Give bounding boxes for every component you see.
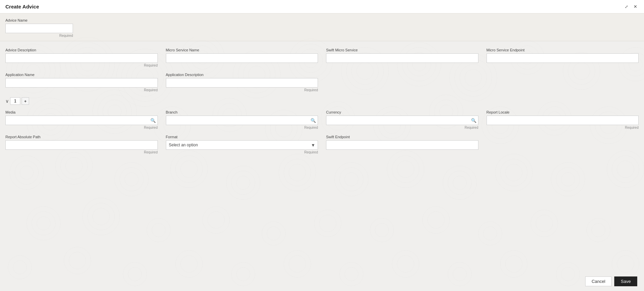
svg-point-122 — [93, 208, 109, 225]
svg-point-127 — [208, 212, 225, 228]
svg-point-130 — [262, 222, 286, 245]
svg-point-157 — [397, 256, 414, 272]
svg-point-158 — [392, 250, 419, 277]
svg-point-165 — [617, 256, 634, 272]
branch-input[interactable] — [166, 116, 318, 125]
cancel-button[interactable]: Cancel — [585, 276, 612, 286]
svg-point-123 — [88, 203, 115, 230]
modal-title: Create Advice — [5, 4, 39, 9]
svg-point-129 — [267, 227, 280, 240]
branch-search-wrapper: 🔍 — [166, 116, 318, 125]
modal-header: Create Advice ⤢ ✕ — [0, 0, 644, 14]
report-absolute-path-input[interactable] — [5, 140, 158, 150]
advice-description-label: Advice Description — [5, 48, 158, 52]
svg-point-144 — [8, 256, 32, 279]
svg-point-110 — [505, 164, 522, 181]
application-description-label: Application Description — [166, 73, 318, 77]
micro-service-name-input[interactable] — [166, 53, 318, 63]
svg-point-126 — [147, 218, 170, 242]
svg-point-156 — [340, 262, 363, 286]
media-field: Media 🔍 Required — [5, 110, 158, 129]
save-button[interactable]: Save — [614, 276, 637, 286]
advice-name-label: Advice Name — [5, 18, 73, 22]
svg-point-164 — [556, 262, 580, 286]
svg-point-154 — [284, 250, 311, 277]
form-row-1: Advice Description Required Micro Servic… — [5, 48, 639, 67]
svg-point-107 — [453, 176, 467, 190]
swift-micro-service-label: Swift Micro Service — [326, 48, 478, 52]
resize-button[interactable]: ⤢ — [623, 4, 629, 10]
svg-point-95 — [237, 176, 250, 190]
svg-point-140 — [531, 210, 558, 237]
application-description-field: Application Description Required — [166, 73, 318, 92]
svg-point-91 — [115, 162, 148, 196]
svg-point-131 — [319, 215, 336, 232]
format-select-wrapper: Select an option PDF CSV Excel Word ▼ — [166, 140, 318, 150]
svg-point-151 — [237, 267, 250, 281]
svg-point-97 — [226, 166, 260, 200]
svg-point-120 — [32, 212, 55, 235]
report-absolute-path-label: Report Absolute Path — [5, 135, 158, 139]
svg-point-139 — [536, 215, 553, 232]
format-field: Format Select an option PDF CSV Excel Wo… — [166, 135, 318, 154]
svg-point-155 — [345, 267, 358, 281]
svg-point-98 — [289, 164, 306, 181]
swift-endpoint-label: Swift Endpoint — [326, 135, 478, 139]
swift-micro-service-input[interactable] — [326, 53, 478, 63]
media-required: Required — [5, 126, 158, 129]
micro-service-endpoint-input[interactable] — [487, 53, 639, 63]
micro-service-name-field: Micro Service Name — [166, 48, 318, 67]
swift-endpoint-field: Swift Endpoint — [326, 135, 478, 154]
svg-point-102 — [340, 168, 363, 191]
svg-point-153 — [289, 256, 306, 272]
format-label: Format — [166, 135, 318, 139]
branch-label: Branch — [166, 110, 318, 114]
svg-point-162 — [500, 250, 527, 277]
footer-actions: Cancel Save — [578, 272, 644, 291]
media-input[interactable] — [5, 116, 158, 125]
application-name-label: Application Name — [5, 73, 158, 77]
svg-point-83 — [20, 166, 33, 179]
form-row-2: Application Name Required Application De… — [5, 73, 639, 92]
swift-endpoint-input[interactable] — [326, 140, 478, 150]
svg-point-134 — [370, 218, 394, 242]
swift-micro-service-field: Swift Micro Service — [326, 48, 478, 67]
micro-service-endpoint-label: Micro Service Endpoint — [487, 48, 639, 52]
report-absolute-path-required: Required — [5, 150, 158, 154]
branch-field: Branch 🔍 Required — [166, 110, 318, 129]
stepper-row: ∨ + — [5, 97, 639, 105]
svg-point-132 — [314, 210, 341, 237]
application-name-input[interactable] — [5, 78, 158, 88]
format-select[interactable]: Select an option PDF CSV Excel Word — [166, 140, 318, 150]
collapse-icon[interactable]: ∨ — [5, 98, 9, 104]
close-button[interactable]: ✕ — [632, 3, 639, 10]
svg-point-138 — [478, 222, 502, 245]
advice-name-input[interactable] — [5, 24, 73, 33]
svg-point-133 — [375, 223, 389, 237]
stepper-input[interactable] — [10, 97, 20, 105]
svg-point-89 — [125, 173, 138, 186]
svg-point-135 — [427, 212, 444, 228]
svg-point-96 — [231, 171, 255, 195]
media-search-wrapper: 🔍 — [5, 116, 158, 125]
svg-point-119 — [37, 217, 50, 230]
stepper-plus-button[interactable]: + — [22, 97, 29, 105]
currency-required: Required — [326, 126, 478, 129]
svg-point-114 — [556, 168, 580, 191]
report-locale-label: Report Locale — [487, 110, 639, 114]
currency-search-wrapper: 🔍 — [326, 116, 478, 125]
svg-point-159 — [453, 267, 467, 281]
currency-field: Currency 🔍 Required — [326, 110, 478, 129]
svg-point-103 — [335, 162, 368, 196]
media-label: Media — [5, 110, 158, 114]
svg-point-150 — [175, 250, 202, 277]
svg-point-146 — [64, 247, 91, 274]
format-required: Required — [166, 150, 318, 154]
svg-point-128 — [203, 207, 230, 234]
application-description-input[interactable] — [166, 78, 318, 88]
advice-description-field: Advice Description Required — [5, 48, 158, 67]
currency-input[interactable] — [326, 116, 478, 125]
report-locale-input[interactable] — [487, 116, 639, 125]
advice-description-input[interactable] — [5, 53, 158, 63]
svg-point-142 — [587, 218, 610, 242]
